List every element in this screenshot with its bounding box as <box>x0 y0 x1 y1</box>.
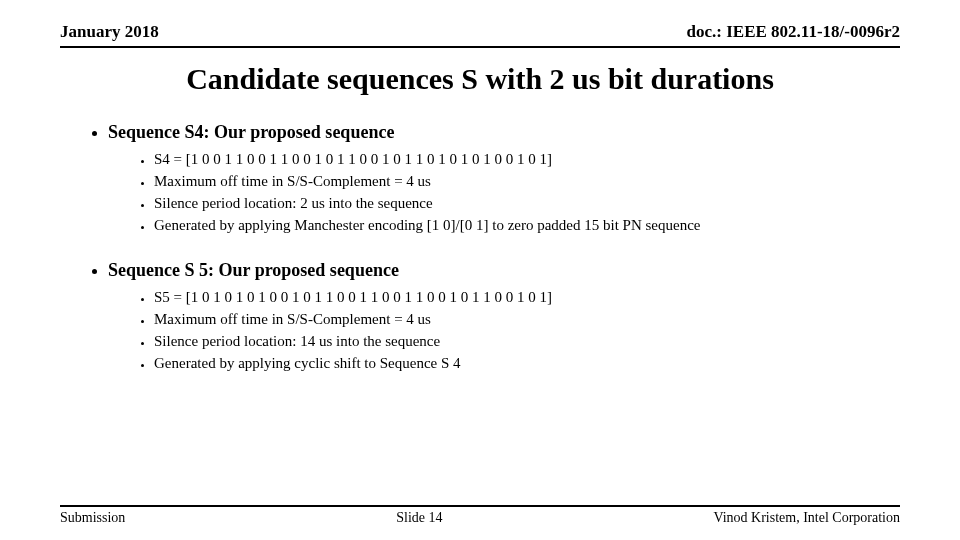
s5-bullet-1: Maximum off time in S/S-Complement = 4 u… <box>154 311 900 328</box>
s5-bullet-0: S5 = [1 0 1 0 1 0 1 0 0 1 0 1 1 0 0 1 1 … <box>154 289 900 306</box>
section-s4-heading: Sequence S4: Our proposed sequence <box>108 122 394 142</box>
section-s4-bullets: S4 = [1 0 0 1 1 0 0 1 1 0 0 1 0 1 1 0 0 … <box>108 151 900 234</box>
section-s5-heading: Sequence S 5: Our proposed sequence <box>108 260 399 280</box>
section-s4: Sequence S4: Our proposed sequence S4 = … <box>108 122 900 234</box>
s5-bullet-3: Generated by applying cyclic shift to Se… <box>154 355 900 372</box>
s5-bullet-2: Silence period location: 14 us into the … <box>154 333 900 350</box>
slide: January 2018 doc.: IEEE 802.11-18/-0096r… <box>0 0 960 540</box>
header-docid: doc.: IEEE 802.11-18/-0096r2 <box>687 22 900 42</box>
s4-bullet-1: Maximum off time in S/S-Complement = 4 u… <box>154 173 900 190</box>
header: January 2018 doc.: IEEE 802.11-18/-0096r… <box>60 22 900 48</box>
s4-bullet-3: Generated by applying Manchester encodin… <box>154 217 900 234</box>
s4-bullet-2: Silence period location: 2 us into the s… <box>154 195 900 212</box>
content-list: Sequence S4: Our proposed sequence S4 = … <box>60 122 900 372</box>
footer-rule <box>60 505 900 507</box>
footer-right: Vinod Kristem, Intel Corporation <box>713 510 900 526</box>
header-date: January 2018 <box>60 22 159 42</box>
footer-left: Submission <box>60 510 125 526</box>
section-s5: Sequence S 5: Our proposed sequence S5 =… <box>108 260 900 372</box>
footer-center: Slide 14 <box>396 510 442 526</box>
footer: Submission Slide 14 Vinod Kristem, Intel… <box>60 505 900 526</box>
footer-row: Submission Slide 14 Vinod Kristem, Intel… <box>60 510 900 526</box>
section-s5-bullets: S5 = [1 0 1 0 1 0 1 0 0 1 0 1 1 0 0 1 1 … <box>108 289 900 372</box>
s4-bullet-0: S4 = [1 0 0 1 1 0 0 1 1 0 0 1 0 1 1 0 0 … <box>154 151 900 168</box>
slide-title: Candidate sequences S with 2 us bit dura… <box>60 62 900 96</box>
